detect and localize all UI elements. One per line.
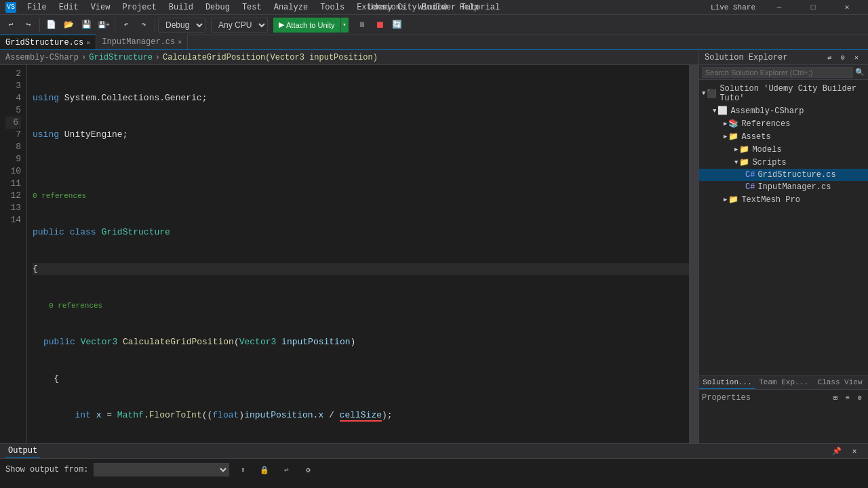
show-output-label: Show output from: (5, 465, 88, 474)
menu-build[interactable]: Build (163, 1, 199, 14)
tab-input-manager-label: InputManager.cs (102, 37, 175, 47)
cs-file-icon: C# (745, 170, 755, 180)
window-title: Udemy City Builder Tutorial (368, 3, 500, 12)
vertical-scrollbar[interactable] (689, 65, 698, 443)
tree-assets-label: Assets (741, 132, 770, 142)
output-settings-button[interactable]: ⚙ (300, 462, 316, 478)
output-source-dropdown[interactable] (94, 463, 229, 476)
close-button[interactable]: ✕ (831, 0, 863, 15)
redo-button[interactable]: ↷ (136, 17, 152, 33)
tab-grid-structure[interactable]: GridStructure.cs ✕ (0, 35, 96, 49)
tree-input-manager-label: InputManager.cs (757, 182, 831, 192)
output-pin-button[interactable]: 📌 (829, 443, 845, 460)
tab-input-manager-close[interactable]: ✕ (178, 38, 182, 46)
breadcrumb-class: GridStructure (89, 53, 153, 62)
output-close-button[interactable]: ✕ (846, 443, 863, 460)
solution-search-icon[interactable]: 🔍 (854, 67, 865, 78)
code-editor[interactable]: 2 3 4 5 6 7 8 9 10 11 12 13 14 using Sys… (0, 65, 698, 443)
tree-solution[interactable]: ▼ ⬛ Solution 'Udemy City Builder Tuto' (699, 83, 868, 104)
tab-grid-structure-close[interactable]: ✕ (86, 39, 90, 47)
debug-config-dropdown[interactable]: Debug (158, 18, 205, 33)
properties-icon3[interactable]: ⚙ (854, 392, 865, 403)
tree-input-manager[interactable]: C# InputManager.cs (699, 181, 868, 193)
tree-references[interactable]: ▶ 📚 References (699, 117, 868, 130)
sidebar-tab-team[interactable]: Team Exp... (755, 376, 812, 389)
tab-input-manager[interactable]: InputManager.cs ✕ (96, 35, 188, 49)
solution-tree: ▼ ⬛ Solution 'Udemy City Builder Tuto' ▼… (699, 80, 868, 375)
tree-assembly-label: Assembly-CSharp (730, 106, 804, 116)
output-tab-output[interactable]: Output (5, 445, 40, 458)
solution-search-bar: 🔍 (699, 65, 868, 80)
tree-assembly-csharp[interactable]: ▼ ⬜ Assembly-CSharp (699, 104, 868, 117)
tree-textmesh-arrow: ▶ (724, 196, 727, 203)
solution-explorer-header: Solution Explorer ⇄ ⚙ ✕ (699, 50, 868, 65)
code-refs-7: 0 references (33, 300, 689, 312)
solution-props-button[interactable]: ⚙ (837, 52, 849, 64)
run-button[interactable]: ▶ Attach to Unity (273, 18, 340, 33)
pause-button[interactable]: ⏸ (354, 17, 370, 33)
references-icon: 📚 (728, 119, 738, 129)
solution-search-input[interactable] (702, 67, 853, 78)
menu-project[interactable]: Project (117, 1, 161, 14)
sidebar-tab-class[interactable]: Class View (812, 376, 868, 389)
attach-label: Attach to Unity (286, 21, 335, 29)
back-button[interactable]: ↩ (3, 17, 19, 33)
tree-scripts-arrow: ▼ (734, 159, 738, 166)
code-lines[interactable]: using System.Collections.Generic; using … (27, 65, 689, 443)
forward-button[interactable]: ↪ (20, 17, 37, 33)
code-line-7: public Vector3 CalculateGridPosition(Vec… (33, 336, 689, 348)
breadcrumb-arrow-2: › (155, 53, 160, 62)
menu-view[interactable]: View (85, 1, 116, 14)
new-file-button[interactable]: 📄 (43, 17, 59, 33)
solution-close-button[interactable]: ✕ (850, 52, 863, 64)
save-button[interactable]: 💾 (78, 17, 94, 33)
tree-assets[interactable]: ▶ 📁 Assets (699, 130, 868, 143)
models-icon: 📁 (739, 144, 749, 155)
output-toolbar: 📌 ✕ (829, 443, 863, 460)
minimize-button[interactable]: ─ (764, 0, 795, 15)
sidebar-tab-solution[interactable]: Solution... (699, 376, 755, 389)
save-all-button[interactable]: 💾+ (96, 17, 112, 33)
output-panel: Output 📌 ✕ Show output from: ⬆ 🔒 ↩ ⚙ (0, 443, 868, 488)
window-controls: Live Share ─ □ ✕ (705, 0, 863, 15)
menu-file[interactable]: File (22, 1, 52, 14)
menu-debug[interactable]: Debug (200, 1, 235, 14)
toolbar-sep-3 (155, 18, 155, 32)
tree-grid-structure-label: GridStructure.cs (757, 170, 835, 180)
tree-grid-structure[interactable]: C# GridStructure.cs (699, 169, 868, 181)
menu-tools[interactable]: Tools (315, 1, 350, 14)
tree-assets-arrow: ▶ (724, 133, 727, 140)
output-header: Output 📌 ✕ (0, 444, 868, 459)
output-scroll-lock-button[interactable]: 🔒 (256, 462, 273, 478)
code-line-5: public class GridStructure (33, 226, 689, 239)
tree-solution-arrow: ▼ (702, 90, 705, 97)
breadcrumb-method: CalculateGridPosition(Vector3 inputPosit… (163, 53, 378, 62)
tree-textmesh-label: TextMesh Pro (741, 195, 800, 205)
properties-icon2[interactable]: ≡ (842, 392, 853, 403)
tree-scripts-label: Scripts (752, 158, 786, 167)
restart-button[interactable]: 🔄 (389, 17, 406, 33)
run-dropdown[interactable]: ▾ (340, 18, 349, 33)
output-clear-button[interactable]: ⬆ (235, 462, 251, 478)
open-button[interactable]: 📂 (60, 17, 77, 33)
maximize-button[interactable]: □ (797, 0, 829, 15)
code-line-3: using UnityEngine; (33, 129, 689, 141)
tree-references-arrow: ▶ (724, 120, 727, 127)
tree-textmesh-pro[interactable]: ▶ 📁 TextMesh Pro (699, 193, 868, 206)
undo-button[interactable]: ↶ (118, 17, 134, 33)
menu-test[interactable]: Test (237, 1, 267, 14)
stop-button[interactable]: ⏹ (372, 17, 388, 33)
main-content: Assembly-CSharp › GridStructure › Calcul… (0, 50, 868, 443)
tree-scripts[interactable]: ▼ 📁 Scripts (699, 156, 868, 169)
textmesh-icon: 📁 (728, 195, 738, 205)
platform-dropdown[interactable]: Any CPU (211, 18, 268, 33)
output-wrap-button[interactable]: ↩ (278, 462, 294, 478)
menu-edit[interactable]: Edit (54, 1, 84, 14)
menu-analyze[interactable]: Analyze (269, 1, 313, 14)
properties-icon1[interactable]: ⊞ (830, 392, 841, 403)
tree-models[interactable]: ▶ 📁 Models (699, 143, 868, 156)
live-share-button[interactable]: Live Share (705, 0, 761, 15)
solution-sync-button[interactable]: ⇄ (823, 52, 835, 64)
tree-models-arrow: ▶ (734, 146, 738, 153)
output-content (0, 481, 868, 488)
